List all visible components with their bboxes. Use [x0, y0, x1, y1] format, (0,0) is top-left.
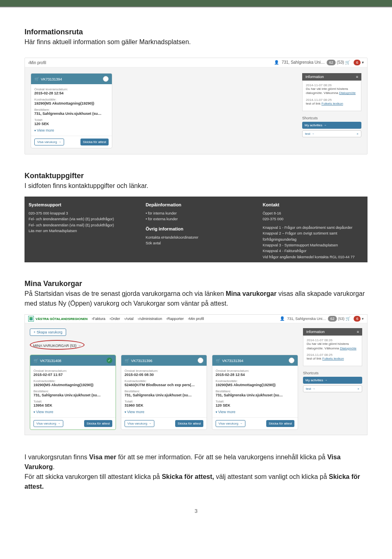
visa-varukorg-button[interactable]: Visa varukorg →	[34, 139, 64, 145]
view-more-link[interactable]: View more	[216, 410, 294, 414]
info-link-2[interactable]: Folkets lexikon	[322, 357, 344, 360]
value: 13954 SEK	[33, 403, 112, 407]
info-title: Information	[306, 330, 325, 334]
logo-icon	[28, 316, 34, 322]
nav-administration[interactable]: ›Administration	[138, 317, 162, 321]
value: 731, Sahlgrenska Univ.sjukhuset (su…	[216, 393, 294, 397]
footer-item[interactable]: för interna kunder	[146, 210, 247, 216]
shortcut-test-label: test →	[306, 387, 315, 391]
skicka-attest-button[interactable]: Skicka för attest	[84, 420, 112, 427]
label: Totalt:	[34, 118, 109, 122]
cart-icon	[33, 359, 40, 363]
close-icon[interactable]: ×	[356, 132, 359, 136]
footer-item[interactable]: Läs mer om Marknadsplatsen	[29, 228, 129, 234]
label: Kostnadsställe:	[216, 379, 294, 383]
nav-order[interactable]: ›Order	[109, 317, 120, 321]
footer-item: Öppet 8-16	[263, 210, 363, 216]
view-more-link[interactable]: View more	[125, 410, 203, 414]
skicka-attest-button[interactable]: Skicka för attest	[175, 420, 203, 427]
info-menu-icon[interactable]: ≡	[356, 75, 358, 79]
logo[interactable]: VÄSTRA GÖTALANDSREGIONEN	[28, 316, 88, 322]
text: .	[53, 463, 54, 470]
page-number: 3	[24, 508, 368, 514]
footer-item[interactable]: Sök avtal	[146, 240, 247, 246]
badge-count-1[interactable]: 62	[327, 60, 336, 65]
nav-faktura[interactable]: ›Faktura	[92, 317, 106, 321]
mina-varukorgar-link[interactable]: MINA VARUKORGAR (53) →	[33, 344, 81, 348]
visa-varukorg-button[interactable]: Visa varukorg →	[125, 420, 154, 427]
value: 31960 SEK	[125, 403, 203, 407]
shortcut-test[interactable]: test → ×	[302, 130, 361, 137]
value: 19290(MS Akutmottagning(19290))	[34, 101, 109, 105]
info-link-1[interactable]: Dialogmöte	[340, 347, 356, 350]
label: Önskat leveransdatum:	[34, 87, 109, 91]
footer-item[interactable]: Fel- och ärendeanmälan (via mail) (Ej pr…	[29, 222, 129, 228]
skicka-attest-button[interactable]: Skicka för attest	[80, 139, 109, 145]
top-strip	[0, 0, 392, 7]
tab-min-profil[interactable]: ›Min profil	[28, 60, 46, 65]
value: 731, Sahlgrenska Univ.sjukhuset (su…	[34, 112, 109, 116]
shortcut-my-activities[interactable]: My activities →	[303, 377, 362, 384]
footer-item[interactable]: för externa kunder	[146, 216, 247, 222]
value: 120 SEK	[34, 122, 109, 126]
footer-item: Knappval 2 – Frågor om övrigt sortiment …	[263, 230, 363, 242]
order-id: VK73131396	[131, 359, 152, 363]
label: Totalt:	[216, 400, 294, 403]
value: 19290(MS Akutmottagning(19290))	[33, 383, 112, 387]
dropdown-caret[interactable]: ▾	[362, 317, 364, 321]
order-id: VK73131394	[41, 77, 62, 81]
nav-min-profil[interactable]: ›Min profil	[188, 317, 204, 321]
nav-avtal[interactable]: ›Avtal	[124, 317, 134, 321]
badge-count-2[interactable]: 6	[354, 60, 361, 65]
status-icon	[198, 358, 203, 363]
footer-item[interactable]: Kontakta eHandelskoordinatorer	[146, 235, 247, 240]
cart-icon	[125, 359, 131, 363]
info-menu-icon[interactable]: ≡	[357, 330, 359, 334]
label: Beställare:	[34, 108, 109, 112]
screenshot-informationsruta: ›Min profil 731, Sahlgrenska Uni… 62 (53…	[24, 58, 368, 154]
value: 731, Sahlgrenska Univ.sjukhuset (su…	[33, 393, 112, 397]
heading-informationsruta: Informationsruta	[24, 28, 368, 36]
label: Beställare:	[33, 389, 112, 393]
cart-icon	[34, 77, 41, 81]
user-icon	[274, 60, 281, 65]
skicka-attest-button[interactable]: Skicka för attest	[266, 420, 294, 427]
user-label[interactable]: 731, Sahlgrenska Uni…	[282, 60, 325, 65]
logo-text: VÄSTRA GÖTALANDSREGIONEN	[36, 317, 88, 321]
nav-rapporter[interactable]: ›Rapporter	[166, 317, 184, 321]
visa-varukorg-button[interactable]: Visa varukorg →	[33, 420, 63, 427]
para-skicka-attest: För att skicka varukorgen till attestant…	[24, 472, 368, 492]
value: 2015-02-28 12:54	[216, 373, 294, 377]
visa-varukorg-button[interactable]: Visa varukorg →	[216, 420, 245, 427]
order-card: VK73131394 Önskat leveransdatum:2015-02-…	[212, 355, 298, 430]
close-icon[interactable]: ×	[357, 387, 359, 391]
info-link-2[interactable]: Folkets lexikon	[321, 102, 343, 105]
value: 2015-02-28 12:54	[34, 91, 109, 95]
view-more-link[interactable]: View more	[33, 410, 112, 414]
value: 19290(MS Akutmottagning(19290))	[216, 383, 294, 387]
info-link-1[interactable]: Dialogmöte	[339, 91, 355, 95]
footer-item[interactable]: Fel- och ärendeanmälan (via web) (Ej pro…	[29, 216, 129, 222]
order-id: VK73131394	[222, 359, 243, 363]
heading-kontaktuppgifter: Kontaktuppgifter	[24, 172, 368, 180]
badge-count-1[interactable]: 62	[328, 316, 337, 322]
label: Önskat leveransdatum:	[125, 369, 203, 373]
dropdown-caret[interactable]: ▾	[362, 60, 364, 65]
cart-icon[interactable]	[345, 60, 352, 65]
value: 120 SEK	[216, 403, 294, 407]
cart-icon	[216, 359, 222, 363]
bold-text: Visa mer	[89, 454, 116, 461]
info-date-1: 2014-11-07 08:26	[306, 83, 358, 87]
status-icon	[289, 358, 294, 363]
footer-item: Knappval 3 - Systemsupport Marknadsplats…	[263, 242, 363, 248]
shortcut-test[interactable]: test → ×	[303, 385, 362, 392]
skapa-varukorg-button[interactable]: + Skapa varukorg	[30, 329, 66, 336]
view-more-link[interactable]: View more	[34, 128, 109, 132]
user-label[interactable]: 731, Sahlgrenska Uni…	[287, 317, 326, 321]
information-panel: Information ≡ 2014-11-07 08:26 Du har vä…	[302, 73, 361, 148]
shortcut-my-activities[interactable]: My activities →	[302, 122, 361, 129]
badge-count-2[interactable]: 6	[354, 316, 361, 322]
info-text-2: test of link	[307, 357, 322, 360]
cart-icon[interactable]	[345, 317, 352, 321]
footer-item: Knappval 4 - Fakturafrågor	[263, 248, 363, 254]
